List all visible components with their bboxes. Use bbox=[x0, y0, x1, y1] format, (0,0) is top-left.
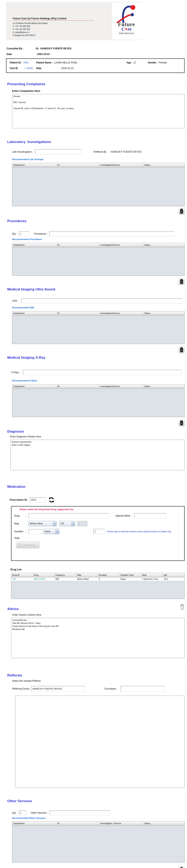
recommended-lab-testings-link[interactable]: Recommended Lab Testings bbox=[12, 158, 187, 160]
advice-textarea[interactable] bbox=[11, 618, 185, 658]
clear-uss-button[interactable] bbox=[179, 346, 185, 353]
drug-label: Drug bbox=[14, 514, 26, 517]
referring-doctor-input[interactable] bbox=[31, 686, 85, 691]
duration-label: Duration bbox=[14, 530, 26, 533]
patient-id-group: Patient ID :7981 bbox=[10, 61, 36, 64]
frequency-cell: BID bbox=[54, 578, 76, 581]
clear-advice-button[interactable] bbox=[180, 604, 185, 610]
consultation-meta: Consulted By : Dr. HANECKY FUENTE REYES … bbox=[7, 47, 187, 56]
col-qty: Qty bbox=[163, 573, 184, 577]
col-id: ID bbox=[56, 384, 99, 389]
consultant-input[interactable] bbox=[121, 686, 164, 691]
duration-unit-select[interactable]: Day/s ▼ bbox=[43, 529, 59, 534]
refresh-prescription-button[interactable] bbox=[48, 497, 54, 503]
qty-cell: 15.0 bbox=[163, 578, 184, 581]
consultation-date-row: Date : 2024-10-22 bbox=[7, 53, 187, 56]
referral-list-box[interactable] bbox=[15, 695, 185, 788]
duration-input[interactable] bbox=[29, 529, 42, 534]
section-title-procedures: Procedures bbox=[7, 219, 187, 223]
col-investigation-service: Investigation/Service bbox=[99, 311, 143, 315]
drug-input[interactable] bbox=[29, 513, 109, 518]
recommended-other-services-link[interactable]: Recommended Other Services bbox=[12, 817, 187, 819]
drug-colon: : bbox=[26, 514, 27, 517]
prescription-id-input[interactable] bbox=[30, 497, 46, 502]
clear-lab-button[interactable] bbox=[179, 208, 185, 215]
lab-investigation-label: Lab Investingation : bbox=[12, 150, 33, 153]
visit-id-label: Visit ID bbox=[10, 67, 24, 70]
special-notes-input[interactable] bbox=[134, 513, 166, 518]
advice-sub-label: Enter Doctor's Advice Here bbox=[12, 614, 187, 616]
recommended-xrays-link[interactable]: Recommended X-Rays bbox=[12, 379, 187, 382]
letterhead: Future Care by Future Holdings (Pty) Lim… bbox=[6, 2, 141, 40]
section-title-advice: Advice bbox=[7, 607, 187, 611]
recommended-procedures-link[interactable]: Recommended Procedures bbox=[12, 238, 187, 241]
section-title-xray: Medical Imaging X-Ray bbox=[7, 356, 187, 360]
patient-name-label: Patient Name : bbox=[36, 61, 53, 64]
other-services-input-row: Qty : Other Services : bbox=[12, 810, 187, 815]
medication-entry-box: Please select the Drug from Drug suggess… bbox=[11, 506, 185, 561]
procedures-table: Department ID Investigation/Service Stat… bbox=[12, 243, 185, 276]
plus-icon: + bbox=[18, 544, 22, 547]
note-cell: 1 tab bd for 5 da... bbox=[141, 578, 163, 581]
clear-xray-button[interactable] bbox=[179, 420, 185, 426]
uss-table: Department ID Investigation/Service Stat… bbox=[12, 311, 185, 344]
way-label: Way bbox=[14, 522, 26, 525]
col-investigation-service: Investigation/Service bbox=[99, 243, 143, 247]
complaints-sub-label: Enter Complaints Here bbox=[12, 89, 187, 92]
other-services-qty-input[interactable] bbox=[19, 810, 27, 815]
logo-word-future: Future bbox=[118, 22, 135, 27]
uss-input[interactable] bbox=[22, 298, 183, 304]
trash-bin-icon bbox=[180, 347, 184, 353]
other-services-input[interactable] bbox=[50, 810, 110, 815]
logo-care-c: C bbox=[121, 27, 125, 31]
complaints-textarea[interactable] bbox=[12, 94, 185, 128]
visit-date-value: : 2024-10-22 bbox=[60, 67, 74, 70]
trash-bin-icon bbox=[180, 279, 184, 284]
patient-id-label: Patient ID : bbox=[10, 61, 22, 64]
duration-type-cell: Day/s bbox=[119, 578, 141, 581]
drug-table-row[interactable]: 765 MECLIZINE BID Before Meal 5 Day/s 1 … bbox=[11, 578, 184, 581]
consultant-label: Consultant bbox=[104, 687, 116, 690]
heart-icon: ♥ bbox=[125, 27, 127, 31]
trash-bin-icon bbox=[180, 209, 184, 214]
drug-list-table: Drug ID Drug Fequency Way Duration Durat… bbox=[11, 573, 185, 599]
other-services-actions bbox=[0, 866, 185, 868]
chevron-down-icon: ▼ bbox=[55, 529, 59, 534]
lab-investigation-input[interactable] bbox=[35, 149, 81, 154]
tablet-qty-input[interactable] bbox=[94, 529, 105, 534]
way-select[interactable]: Before Meal ▼ bbox=[29, 521, 57, 526]
lab-input-row: Lab Investingation : Reffered By : HANEC… bbox=[12, 149, 187, 154]
procedures-input[interactable] bbox=[49, 231, 174, 237]
xray-label: X-Rays : bbox=[11, 371, 20, 374]
col-department: Department bbox=[12, 163, 56, 167]
xray-table: Department ID Investigation/Service Stat… bbox=[12, 384, 185, 417]
xray-input[interactable] bbox=[23, 370, 182, 375]
clear-other-services-button[interactable] bbox=[179, 866, 185, 868]
clear-procedures-button[interactable] bbox=[179, 278, 185, 285]
col-investigation-service: Investigation/Service bbox=[99, 384, 143, 389]
section-title-medication: Medication bbox=[7, 485, 187, 489]
add-drug-button[interactable]: + Add Drug bbox=[16, 541, 40, 548]
way-cell: Before Meal bbox=[76, 578, 98, 581]
col-way: Way bbox=[76, 573, 98, 577]
section-title-referrals: Refferals bbox=[7, 674, 187, 678]
chevron-down-icon: ▼ bbox=[71, 521, 75, 526]
drug-id-cell: 765 bbox=[11, 578, 33, 581]
diagnosis-textarea[interactable] bbox=[10, 440, 185, 470]
lab-actions bbox=[0, 208, 185, 215]
col-status: Status bbox=[143, 822, 184, 826]
prescription-id-label: Prescription ID : bbox=[10, 498, 28, 501]
other-services-qty-label: Qty : bbox=[12, 811, 17, 814]
col-department: Department bbox=[12, 822, 56, 826]
add-drug-label: Add Drug bbox=[23, 544, 35, 547]
patient-summary-box: Patient ID :7981 Patient Name :LAURA NEL… bbox=[6, 58, 185, 73]
total-row: Total : bbox=[14, 537, 184, 539]
col-status: Status bbox=[143, 311, 184, 315]
other-services-table-header: Department ID Investigation / Service St… bbox=[12, 822, 184, 826]
recommended-uss-link[interactable]: Recommended USS bbox=[12, 306, 187, 309]
xray-table-header: Department ID Investigation/Service Stat… bbox=[12, 384, 184, 389]
frequency-select[interactable]: OD ▼ bbox=[59, 521, 75, 526]
procedures-qty-input[interactable] bbox=[19, 231, 29, 236]
xray-input-row: X-Rays : bbox=[11, 370, 187, 375]
gender-value: Female bbox=[159, 61, 167, 64]
